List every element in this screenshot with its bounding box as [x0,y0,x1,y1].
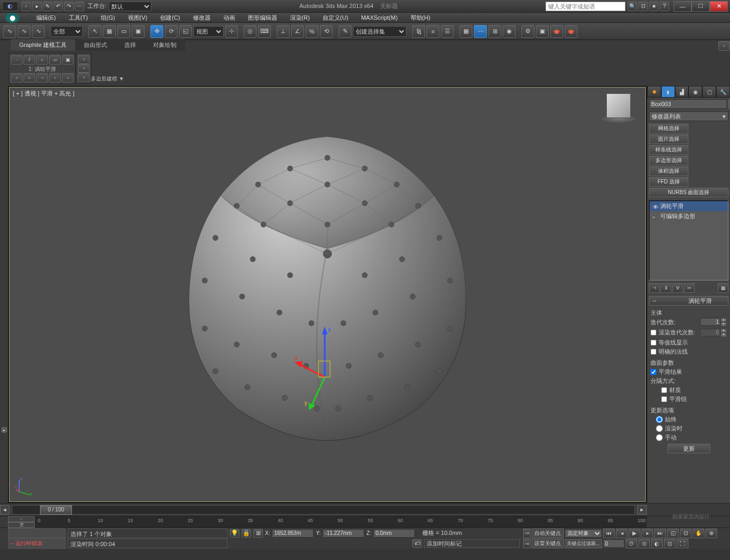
menu-animation[interactable]: 动画 [217,13,242,23]
edit-named-sel-icon[interactable]: ✎ [339,25,351,38]
transform-gizmo[interactable]: z x y [293,324,362,414]
current-frame-input[interactable] [603,539,624,548]
mirror-icon[interactable]: ⧎ [412,25,425,38]
y-input[interactable] [323,529,364,538]
maximize-button[interactable]: ☐ [692,1,710,12]
sep-materials-check[interactable]: 材质 [661,386,727,394]
spline-select-button[interactable]: 样条线选择 [649,145,688,155]
render-prod-icon[interactable]: 🫖 [565,25,577,38]
select-region-icon[interactable]: ▭ [117,25,130,38]
keyboard-icon[interactable]: ⌨ [258,25,271,38]
rb-f-icon[interactable]: ▫ [78,55,90,64]
search-icon[interactable]: 🔍 [628,2,637,11]
nav-g-icon[interactable]: ⊡ [664,539,676,548]
track-btn-b[interactable]: ☰ [8,522,35,528]
rb-d-icon[interactable]: ▫ [49,73,61,83]
menu-help[interactable]: 帮助(H) [404,13,437,23]
menu-graph-editors[interactable]: 图形编辑器 [242,13,284,23]
add-time-tag[interactable]: 添加时间标记 [424,539,520,548]
nav-h-icon[interactable]: ⛶ [677,539,688,548]
help-icon[interactable]: ? [660,2,669,11]
unique-icon[interactable]: ∀ [672,283,683,293]
modifier-stack[interactable]: 👁涡轮平滑 ▫可编辑多边形 [649,201,728,281]
select-name-icon[interactable]: ▦ [103,25,116,38]
save-icon[interactable]: ✎ [43,2,52,11]
app-menu-icon[interactable]: ◐ [2,2,18,11]
render-frame-icon[interactable]: ▣ [536,25,549,38]
spin-down-icon[interactable]: ▼ [720,322,727,326]
menu-edit[interactable]: 编辑(E) [30,13,62,23]
modify-tab-icon[interactable]: ◗ [661,86,675,98]
update-render-radio[interactable]: 渲染时 [656,425,727,433]
rb-edge-icon[interactable]: / [23,55,35,65]
time-prev-icon[interactable]: ◂ [0,505,10,515]
rb-vertex-icon[interactable]: · [11,55,22,65]
menu-create[interactable]: 创建(C) [154,13,186,23]
time-slider[interactable]: 0 / 100 [12,505,635,515]
sep-smooth-check[interactable]: 平滑组 [661,395,727,403]
expand-icon[interactable]: ▸ [2,427,7,433]
stack-item-editpoly[interactable]: ▫可编辑多边形 [649,211,728,221]
key-icon[interactable]: ⊸ [523,529,531,538]
nav-e-icon[interactable]: ⊙ [638,539,650,548]
track-btn-a[interactable]: ▫ [8,516,35,522]
pivot-icon[interactable]: ⊹ [225,25,238,38]
prev-frame-icon[interactable]: ◂ [616,529,628,538]
graphite-icon[interactable]: ▦ [460,25,472,38]
set-key-button[interactable]: 设置关键点 [532,539,564,548]
rb-border-icon[interactable]: ○ [36,55,48,65]
rb-g-icon[interactable]: ▫ [78,64,90,73]
search-input[interactable] [546,2,625,11]
smooth-result-check[interactable]: 平滑结果 [651,368,727,376]
align-icon[interactable]: ≡ [427,25,439,38]
object-name-input[interactable] [649,99,727,109]
play-icon[interactable]: ▶ [629,529,640,538]
ribbon-tab-graphite[interactable]: Graphite 建模工具 [11,39,75,51]
nurbs-select-button[interactable]: NURBS 曲面选择 [649,188,728,197]
motion-tab-icon[interactable]: ◉ [688,86,702,98]
menu-customize[interactable]: 自定义(U) [316,13,355,23]
spin-down-icon[interactable]: ▼ [720,333,727,337]
menu-group[interactable]: 组(G) [94,13,122,23]
time-next-icon[interactable]: ▸ [637,505,647,515]
explicit-normals-check[interactable]: 明确的法线 [651,348,727,356]
schematic-icon[interactable]: ⊞ [488,25,501,38]
abs-icon[interactable]: ⊞ [253,529,263,538]
window-crossing-icon[interactable]: ▣ [132,25,145,38]
lock2-icon[interactable]: 🔒 [242,529,251,538]
redo-icon[interactable]: ↷ [64,2,74,11]
menu-rendering[interactable]: 渲染(R) [284,13,316,23]
ribbon-minimize-icon[interactable]: ▫ [718,41,730,51]
rb-element-icon[interactable]: ▣ [62,55,74,65]
lock-icon[interactable]: 💡 [230,529,239,538]
rollout-header-turbosmooth[interactable]: −涡轮平滑 [649,296,728,306]
rb-c-icon[interactable]: ▫ [36,73,48,83]
key-mode-dropdown[interactable]: 选定对象 [565,529,602,538]
menu-tools[interactable]: 工具(T) [62,13,94,23]
spin-up-icon[interactable]: ▲ [720,318,727,322]
utilities-tab-icon[interactable]: 🔧 [716,86,730,98]
render-iter-input[interactable] [700,329,720,337]
link-icon[interactable]: ⋯ [75,2,84,11]
percent-snap-icon[interactable]: % [306,25,318,38]
app-logo-icon[interactable]: ⬤ [5,13,19,23]
poly-select-button[interactable]: 多边形选择 [649,156,688,165]
perspective-viewport[interactable]: [ + ] 透视 ] 平滑 + 高光 ] [9,87,646,502]
viewport-label[interactable]: [ + ] 透视 ] 平滑 + 高光 ] [13,90,75,98]
rb-e-icon[interactable]: ▫ [62,73,74,83]
scale-icon[interactable]: ◱ [179,25,192,38]
viewcube-cube-icon[interactable] [607,94,630,117]
update-button[interactable]: 更新 [668,444,710,453]
isoline-check[interactable]: 等值线显示 [651,339,727,347]
curve-editor-icon[interactable]: 〰 [474,25,487,38]
track-ruler[interactable]: 0510152025303540455055606570758085909510… [35,516,647,527]
material-editor-icon[interactable]: ◉ [503,25,516,38]
key-filters-button[interactable]: 关键点过滤器... [565,539,602,548]
angle-snap-icon[interactable]: ∠ [291,25,304,38]
time-config-icon[interactable]: ⏱ [625,539,637,548]
rotate-icon[interactable]: ⟳ [165,25,178,38]
show-result-icon[interactable]: Ⅱ [661,283,671,293]
render-iter-spinner[interactable]: ▲▼ [700,329,727,337]
rb-poly-icon[interactable]: ▱ [49,55,61,65]
update-manual-radio[interactable]: 手动 [656,434,727,442]
